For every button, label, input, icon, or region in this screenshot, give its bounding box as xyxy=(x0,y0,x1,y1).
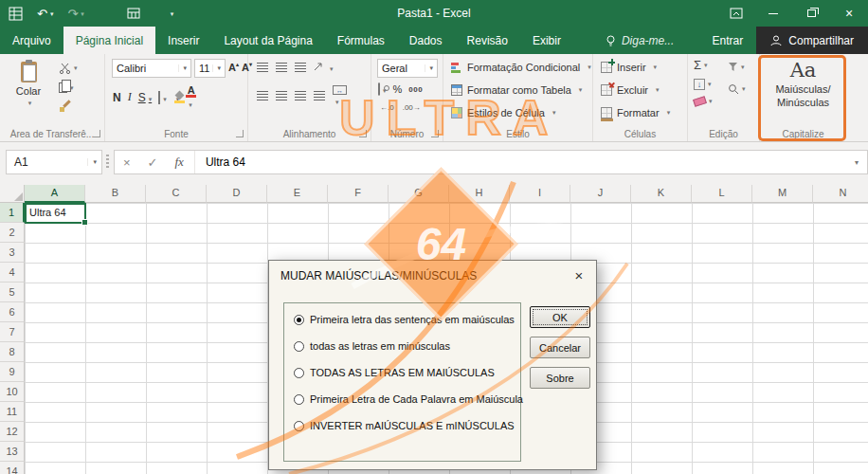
column-header[interactable]: G xyxy=(389,185,449,203)
borders-button[interactable] xyxy=(158,92,167,103)
align-bottom-icon[interactable] xyxy=(295,63,306,72)
touch-mode-button[interactable] xyxy=(127,8,140,19)
sign-in-button[interactable]: Entrar xyxy=(699,27,757,54)
capitalize-button[interactable]: Aa Maiúsculas/ Minúsculas xyxy=(763,58,843,109)
sort-filter-button[interactable] xyxy=(728,62,746,72)
case-option-radio[interactable]: Primeira letra das sentenças em maiúscul… xyxy=(294,313,515,326)
column-header[interactable]: L xyxy=(692,185,752,203)
accounting-format-button[interactable] xyxy=(378,83,387,95)
fill-color-button[interactable] xyxy=(173,92,180,103)
ribbon-display-options-button[interactable] xyxy=(722,0,750,27)
font-size-combo[interactable]: 11 xyxy=(194,59,226,78)
select-all-corner[interactable] xyxy=(0,185,25,203)
align-left-icon[interactable] xyxy=(257,91,268,100)
merge-center-button[interactable]: ↔ xyxy=(333,85,347,106)
insert-function-button[interactable]: fx xyxy=(167,155,192,170)
ok-button[interactable]: OK xyxy=(530,306,590,328)
undo-button[interactable]: ↶ xyxy=(37,8,53,20)
column-header[interactable]: H xyxy=(449,185,510,203)
row-header[interactable]: 10 xyxy=(0,382,25,402)
insert-cells-button[interactable]: Inserir xyxy=(601,62,657,73)
formula-bar-grip[interactable] xyxy=(106,155,109,170)
row-header[interactable]: 2 xyxy=(0,223,25,243)
format-cells-button[interactable]: Formatar xyxy=(601,107,670,118)
row-header[interactable]: 13 xyxy=(0,442,25,462)
clipboard-dialog-launcher-icon[interactable] xyxy=(93,130,100,137)
about-button[interactable]: Sobre xyxy=(530,367,590,389)
expand-formula-bar-icon[interactable]: ▾ xyxy=(855,158,867,167)
ribbon-tab[interactable]: Inserir xyxy=(155,27,211,54)
ribbon-tab[interactable]: Exibir xyxy=(520,27,573,54)
row-header[interactable]: 6 xyxy=(0,302,25,322)
ribbon-tab[interactable]: Revisão xyxy=(455,27,520,54)
percent-style-button[interactable]: % xyxy=(393,83,403,95)
number-format-combo[interactable]: Geral xyxy=(377,59,438,78)
cut-button[interactable] xyxy=(59,63,78,74)
row-header[interactable]: 9 xyxy=(0,362,25,382)
row-header[interactable]: 8 xyxy=(0,342,25,362)
row-header[interactable]: 14 xyxy=(0,462,25,474)
ribbon-tab[interactable]: Dados xyxy=(397,27,455,54)
column-header[interactable]: K xyxy=(631,185,692,203)
autosum-button[interactable]: Σ xyxy=(694,60,713,71)
decrease-decimal-button[interactable]: .00→ xyxy=(403,103,421,112)
column-header[interactable]: M xyxy=(752,185,813,203)
column-header[interactable]: A xyxy=(25,185,85,203)
redo-button[interactable]: ↷ xyxy=(67,8,83,20)
column-header[interactable]: N xyxy=(813,185,868,203)
case-option-radio[interactable]: INVERTER mAIÚSCULAS E mINÚSCULAS xyxy=(294,419,515,432)
column-header[interactable]: J xyxy=(570,185,631,203)
align-middle-icon[interactable] xyxy=(276,63,287,72)
column-header[interactable]: F xyxy=(328,185,389,203)
align-right-icon[interactable] xyxy=(295,91,306,100)
dialog-title[interactable]: MUDAR MAIÚSCULAS/MINÚSCULAS xyxy=(280,269,477,283)
bold-button[interactable]: N xyxy=(113,91,121,104)
row-header[interactable]: 7 xyxy=(0,322,25,342)
format-as-table-button[interactable]: Formatar como Tabela xyxy=(451,84,582,96)
align-center-icon[interactable] xyxy=(276,91,287,100)
customize-qat-button[interactable] xyxy=(168,10,174,17)
font-dialog-launcher-icon[interactable] xyxy=(236,130,244,137)
format-painter-button[interactable] xyxy=(59,101,78,113)
case-option-radio[interactable]: TODAS AS LETRAS EM MAIÚSCULAS xyxy=(294,366,495,379)
increase-decimal-button[interactable]: ←.0 xyxy=(380,103,394,112)
row-header[interactable]: 4 xyxy=(0,263,25,283)
row-header[interactable]: 5 xyxy=(0,283,25,302)
column-header[interactable]: C xyxy=(146,185,207,203)
restore-button[interactable] xyxy=(792,0,830,27)
ribbon-tab[interactable]: Fórmulas xyxy=(325,27,397,54)
align-top-icon[interactable] xyxy=(257,63,268,72)
row-header[interactable]: 12 xyxy=(0,422,25,442)
cancel-entry-button[interactable]: × xyxy=(115,155,139,170)
dialog-close-button[interactable]: × xyxy=(567,264,591,285)
italic-button[interactable]: I xyxy=(128,90,132,104)
comma-style-button[interactable]: 000 xyxy=(408,85,423,94)
conditional-formatting-button[interactable]: Formatação Condicional xyxy=(451,62,591,73)
fill-button[interactable]: ↓ xyxy=(694,79,713,90)
minimize-button[interactable] xyxy=(754,0,792,27)
find-select-button[interactable] xyxy=(728,83,746,95)
orientation-button[interactable] xyxy=(314,61,334,73)
increase-font-size-button[interactable]: A xyxy=(228,61,239,73)
underline-button[interactable]: S xyxy=(138,91,153,104)
active-cell[interactable]: Ultra 64 xyxy=(25,203,86,224)
row-header[interactable]: 11 xyxy=(0,402,25,422)
font-name-combo[interactable]: Calibri xyxy=(112,59,191,78)
clear-button[interactable] xyxy=(694,98,713,105)
enter-entry-button[interactable]: ✓ xyxy=(139,155,167,170)
case-option-radio[interactable]: todas as letras em minúsculas xyxy=(294,339,450,353)
cancel-button[interactable]: Cancelar xyxy=(530,337,590,358)
font-color-button[interactable]: A xyxy=(186,85,196,109)
paste-button[interactable]: Colar xyxy=(8,59,49,107)
column-header[interactable]: D xyxy=(207,185,267,203)
close-button[interactable]: × xyxy=(830,0,868,27)
delete-cells-button[interactable]: Excluir xyxy=(601,84,660,96)
ribbon-tab[interactable]: Layout da Página xyxy=(211,27,324,54)
ribbon-tab[interactable]: Página Inicial xyxy=(63,27,155,54)
column-header[interactable]: E xyxy=(267,185,328,203)
cell-styles-button[interactable]: Estilos de Célula xyxy=(451,107,555,118)
decrease-indent-icon[interactable] xyxy=(314,91,325,100)
row-header[interactable]: 1 xyxy=(0,203,25,223)
number-dialog-launcher-icon[interactable] xyxy=(431,130,439,137)
column-header[interactable]: I xyxy=(510,185,570,203)
